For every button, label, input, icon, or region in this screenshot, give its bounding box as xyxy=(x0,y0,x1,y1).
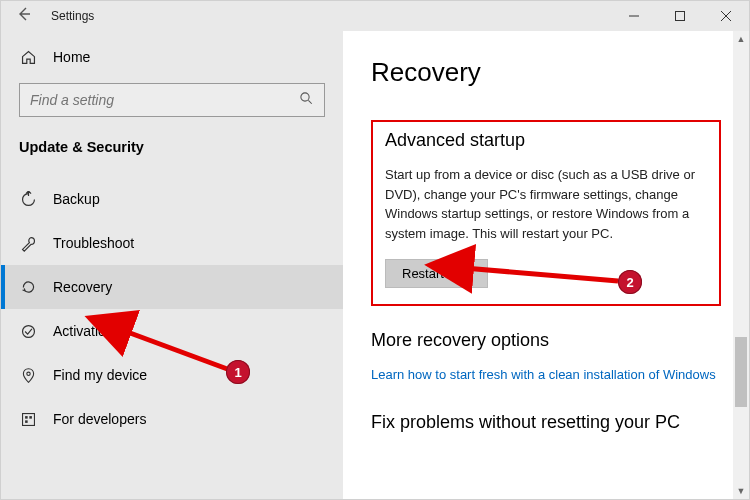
close-icon xyxy=(721,11,731,21)
start-fresh-link[interactable]: Learn how to start fresh with a clean in… xyxy=(371,367,716,382)
content-pane: Recovery Advanced startup Start up from … xyxy=(343,31,749,499)
titlebar: Settings xyxy=(1,1,749,31)
search-icon xyxy=(299,91,314,109)
svg-rect-8 xyxy=(29,416,32,419)
advanced-startup-section-highlight: Advanced startup Start up from a device … xyxy=(371,120,721,306)
more-recovery-heading: More recovery options xyxy=(371,330,721,351)
sidebar-item-for-developers[interactable]: For developers xyxy=(1,397,343,441)
sidebar-home[interactable]: Home xyxy=(1,37,343,77)
content-scrollbar[interactable]: ▲ ▼ xyxy=(733,31,749,499)
settings-window: Settings Home xyxy=(0,0,750,500)
home-icon xyxy=(19,49,37,66)
activation-icon xyxy=(19,323,37,340)
sidebar-item-backup[interactable]: Backup xyxy=(1,177,343,221)
restart-now-button[interactable]: Restart now xyxy=(385,259,488,288)
find-device-icon xyxy=(19,367,37,384)
search-input[interactable] xyxy=(30,92,299,108)
svg-point-4 xyxy=(22,325,34,337)
nav-label: Backup xyxy=(53,191,100,207)
maximize-button[interactable] xyxy=(657,1,703,31)
sidebar-category: Update & Security xyxy=(1,129,343,177)
back-button[interactable] xyxy=(9,6,39,26)
svg-rect-6 xyxy=(22,413,34,425)
sidebar: Home Update & Security Backup xyxy=(1,31,343,499)
svg-rect-9 xyxy=(25,420,28,423)
minimize-icon xyxy=(629,11,639,21)
nav-label: Troubleshoot xyxy=(53,235,134,251)
scroll-thumb[interactable] xyxy=(735,337,747,407)
back-arrow-icon xyxy=(16,6,32,22)
home-label: Home xyxy=(53,49,90,65)
nav-label: Recovery xyxy=(53,279,112,295)
developers-icon xyxy=(19,411,37,428)
svg-rect-1 xyxy=(676,12,685,21)
close-button[interactable] xyxy=(703,1,749,31)
scroll-up-icon[interactable]: ▲ xyxy=(733,31,749,47)
fix-problems-heading: Fix problems without resetting your PC xyxy=(371,412,721,433)
minimize-button[interactable] xyxy=(611,1,657,31)
advanced-startup-heading: Advanced startup xyxy=(385,130,707,151)
sidebar-nav: Backup Troubleshoot Recovery xyxy=(1,177,343,441)
sidebar-item-troubleshoot[interactable]: Troubleshoot xyxy=(1,221,343,265)
sidebar-item-find-my-device[interactable]: Find my device xyxy=(1,353,343,397)
svg-rect-7 xyxy=(25,416,28,419)
search-box[interactable] xyxy=(19,83,325,117)
maximize-icon xyxy=(675,11,685,21)
backup-icon xyxy=(19,191,37,208)
scroll-down-icon[interactable]: ▼ xyxy=(733,483,749,499)
window-title: Settings xyxy=(51,9,94,23)
nav-label: For developers xyxy=(53,411,146,427)
svg-point-5 xyxy=(26,372,29,375)
sidebar-item-recovery[interactable]: Recovery xyxy=(1,265,343,309)
scroll-track[interactable] xyxy=(733,47,749,483)
svg-point-2 xyxy=(301,93,309,101)
advanced-startup-body: Start up from a device or disc (such as … xyxy=(385,165,707,243)
svg-line-3 xyxy=(308,100,311,103)
sidebar-item-activation[interactable]: Activation xyxy=(1,309,343,353)
nav-label: Activation xyxy=(53,323,114,339)
nav-label: Find my device xyxy=(53,367,147,383)
page-title: Recovery xyxy=(371,57,721,88)
recovery-icon xyxy=(19,279,37,296)
troubleshoot-icon xyxy=(19,235,37,252)
